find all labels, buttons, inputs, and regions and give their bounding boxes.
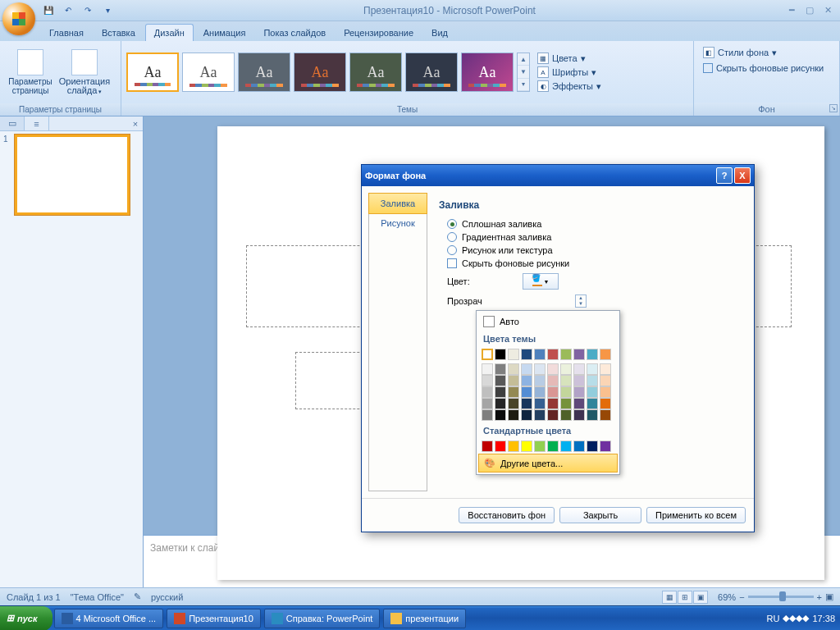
color-swatch[interactable]	[495, 409, 506, 421]
color-swatch[interactable]	[573, 375, 585, 386]
system-tray[interactable]: RU ◆◆◆◆ 17:38	[762, 613, 840, 623]
color-swatch[interactable]	[600, 441, 611, 452]
radio-solid[interactable]	[447, 219, 457, 229]
redo-icon[interactable]: ↷	[80, 3, 95, 18]
more-colors[interactable]: 🎨Другие цвета...	[478, 454, 618, 472]
color-swatch[interactable]	[508, 375, 519, 386]
view-normal-icon[interactable]: ▦	[662, 591, 677, 604]
hide-bg-checkbox[interactable]: Скрыть фоновые рисунки	[702, 62, 824, 74]
taskbar-item-2[interactable]: Презентация10	[167, 609, 261, 628]
color-swatch[interactable]	[547, 409, 559, 421]
color-swatch[interactable]	[482, 441, 493, 452]
color-swatch[interactable]	[534, 349, 546, 360]
tab-insert[interactable]: Вставка	[94, 25, 144, 41]
taskbar-item-1[interactable]: 4 Microsoft Office ...	[54, 609, 164, 628]
panel-tab-slides[interactable]: ▭	[0, 116, 25, 130]
color-swatch[interactable]	[534, 409, 546, 421]
taskbar-item-3[interactable]: Справка: PowerPoint	[264, 609, 381, 628]
effects-dropdown[interactable]: ◐Эффекты ▾	[536, 80, 602, 93]
color-swatch[interactable]	[482, 386, 493, 398]
theme-thumb-5[interactable]: Aa	[349, 52, 402, 92]
color-swatch[interactable]	[587, 441, 598, 452]
dialog-titlebar[interactable]: Формат фона ? X	[362, 165, 754, 186]
close-dialog-button[interactable]: Закрыть	[559, 507, 641, 523]
color-swatch[interactable]	[495, 386, 506, 398]
color-swatch[interactable]	[508, 398, 519, 409]
color-swatch[interactable]	[482, 409, 493, 421]
zoom-slider[interactable]	[748, 596, 814, 598]
color-swatch[interactable]	[495, 363, 506, 375]
color-swatch[interactable]	[547, 398, 559, 409]
maximize-button[interactable]: ▢	[802, 4, 817, 17]
transparency-spinner[interactable]: ▲▼	[575, 294, 587, 308]
color-swatch[interactable]	[521, 409, 532, 421]
color-swatch[interactable]	[547, 363, 559, 375]
radio-gradient[interactable]	[447, 232, 457, 242]
apply-all-button[interactable]: Применить ко всем	[646, 507, 746, 523]
view-sorter-icon[interactable]: ⊞	[678, 591, 692, 604]
close-button[interactable]: ✕	[820, 4, 835, 17]
color-swatch[interactable]	[521, 363, 532, 375]
color-swatch[interactable]	[600, 363, 611, 375]
theme-thumb-1[interactable]: Aa	[126, 52, 179, 92]
color-swatch[interactable]	[560, 386, 572, 398]
color-swatch[interactable]	[600, 375, 611, 386]
zoom-control[interactable]: 69% − + ▣	[718, 591, 833, 602]
theme-thumb-7[interactable]: Aa	[461, 52, 514, 92]
tab-home[interactable]: Главная	[41, 25, 92, 41]
color-swatch[interactable]	[508, 386, 519, 398]
color-swatch[interactable]	[521, 398, 532, 409]
color-swatch[interactable]	[495, 349, 506, 360]
view-show-icon[interactable]: ▣	[693, 591, 708, 604]
color-swatch[interactable]	[482, 349, 493, 360]
sidebar-fill[interactable]: Заливка	[368, 193, 427, 214]
panel-close-icon[interactable]: ×	[128, 116, 143, 130]
color-swatch[interactable]	[600, 398, 611, 409]
color-swatch[interactable]	[587, 386, 598, 398]
qat-dropdown-icon[interactable]: ▾	[100, 3, 115, 18]
color-swatch[interactable]	[560, 398, 572, 409]
color-swatch[interactable]	[573, 349, 585, 360]
color-swatch[interactable]	[482, 375, 493, 386]
color-swatch[interactable]	[587, 363, 598, 375]
color-swatch[interactable]	[521, 441, 532, 452]
color-swatch[interactable]	[587, 349, 598, 360]
radio-picture[interactable]	[447, 245, 457, 255]
zoom-in-icon[interactable]: +	[817, 592, 822, 602]
color-swatch[interactable]	[573, 363, 585, 375]
color-swatch[interactable]	[547, 375, 559, 386]
theme-thumb-2[interactable]: Aa	[182, 52, 235, 92]
dialog-help-button[interactable]: ?	[716, 167, 733, 184]
checkbox-hide-bg[interactable]	[447, 258, 457, 268]
color-swatch[interactable]	[600, 349, 611, 360]
bg-launcher-icon[interactable]: ↘	[829, 104, 838, 112]
color-swatch[interactable]	[482, 363, 493, 375]
color-swatch[interactable]	[587, 375, 598, 386]
color-swatch[interactable]	[482, 398, 493, 409]
colors-dropdown[interactable]: ▦Цвета ▾	[536, 52, 602, 65]
tray-icons[interactable]: ◆◆◆◆	[783, 613, 809, 623]
save-icon[interactable]: 💾	[41, 3, 56, 18]
color-swatch[interactable]	[587, 398, 598, 409]
office-button[interactable]	[2, 2, 35, 35]
status-lang[interactable]: русский	[151, 592, 183, 602]
color-swatch[interactable]	[547, 349, 559, 360]
tab-slideshow[interactable]: Показ слайдов	[255, 25, 334, 41]
color-swatch[interactable]	[534, 386, 546, 398]
color-swatch[interactable]	[521, 386, 532, 398]
color-swatch[interactable]	[547, 386, 559, 398]
panel-tab-outline[interactable]: ≡	[25, 116, 49, 130]
color-swatch[interactable]	[560, 363, 572, 375]
color-swatch[interactable]	[534, 375, 546, 386]
color-swatch[interactable]	[547, 441, 559, 452]
theme-thumb-6[interactable]: Aa	[405, 52, 458, 92]
page-setup-button[interactable]: Параметры страницы	[5, 48, 56, 97]
color-picker-button[interactable]: ▼	[523, 273, 559, 290]
tray-lang[interactable]: RU	[767, 614, 780, 623]
color-swatch[interactable]	[495, 441, 506, 452]
theme-thumb-4[interactable]: Aa	[294, 52, 346, 92]
color-swatch[interactable]	[534, 441, 546, 452]
taskbar-item-4[interactable]: презентации	[383, 609, 466, 628]
minimize-button[interactable]: ━	[784, 4, 799, 17]
color-swatch[interactable]	[521, 349, 532, 360]
